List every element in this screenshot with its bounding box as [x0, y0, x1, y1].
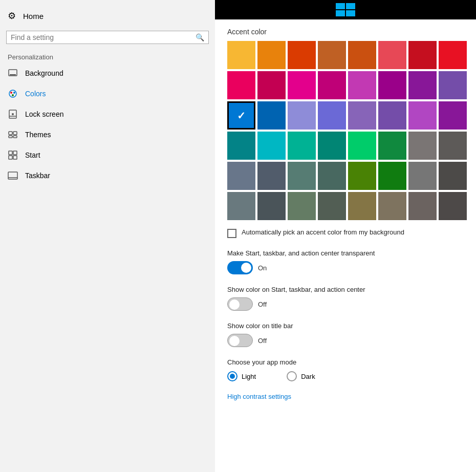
sidebar-item-lock-screen-label: Lock screen [25, 110, 63, 118]
color-swatch[interactable] [439, 162, 467, 190]
show-color-titlebar-toggle-row: Off [227, 334, 464, 347]
color-swatch[interactable] [227, 71, 255, 99]
sidebar-item-lock-screen[interactable]: Lock screen [0, 104, 215, 124]
start-icon [8, 150, 18, 160]
color-swatch[interactable] [378, 101, 406, 130]
color-swatch[interactable] [257, 101, 286, 130]
background-icon [8, 68, 18, 78]
color-swatch[interactable] [439, 101, 467, 130]
color-swatch[interactable] [257, 132, 286, 160]
sidebar-item-background-label: Background [25, 69, 63, 77]
radio-item-dark[interactable]: Dark [287, 371, 315, 381]
search-input[interactable] [11, 33, 196, 41]
color-swatch[interactable] [348, 192, 376, 220]
transparent-toggle-knob [241, 263, 251, 273]
color-swatch[interactable] [408, 132, 437, 160]
color-swatch[interactable] [227, 162, 255, 190]
show-color-taskbar-toggle[interactable] [227, 297, 253, 311]
lock-screen-icon [8, 109, 18, 119]
color-swatch[interactable] [408, 71, 437, 99]
color-swatch[interactable] [378, 162, 406, 190]
color-swatch[interactable] [439, 41, 467, 69]
color-swatch[interactable] [348, 132, 376, 160]
search-icon: 🔍 [196, 33, 204, 41]
radio-circle-dark [287, 371, 297, 381]
color-swatch[interactable] [439, 132, 467, 160]
color-swatch[interactable] [288, 41, 316, 69]
color-swatch[interactable] [288, 132, 316, 160]
transparent-toggle[interactable] [227, 261, 253, 274]
color-swatch[interactable] [227, 101, 255, 130]
search-box[interactable]: 🔍 [6, 31, 209, 44]
show-color-titlebar-toggle[interactable] [227, 334, 253, 347]
color-swatch[interactable] [318, 71, 346, 99]
svg-point-4 [13, 92, 15, 94]
show-color-taskbar-state: Off [258, 301, 267, 308]
preview-bar [215, 0, 476, 19]
color-swatch[interactable] [318, 192, 346, 220]
themes-icon [8, 130, 18, 140]
sidebar-item-colors-label: Colors [25, 90, 46, 98]
svg-rect-13 [9, 151, 12, 155]
radio-label-dark: Dark [301, 373, 315, 380]
sidebar-item-start[interactable]: Start [0, 145, 215, 165]
svg-rect-11 [9, 136, 12, 138]
color-swatch[interactable] [408, 101, 437, 130]
show-color-taskbar-label: Show color on Start, taskbar, and action… [227, 286, 464, 293]
win-block-1 [336, 3, 345, 9]
high-contrast-link[interactable]: High contrast settings [227, 393, 291, 400]
sidebar-item-background[interactable]: Background [0, 63, 215, 83]
svg-rect-10 [13, 132, 17, 135]
color-swatch[interactable] [318, 101, 346, 130]
taskbar-icon [8, 170, 18, 181]
color-swatch[interactable] [408, 41, 437, 69]
sidebar-home[interactable]: ⚙ Home [0, 5, 215, 27]
color-swatch[interactable] [348, 71, 376, 99]
color-swatch[interactable] [227, 41, 255, 69]
sidebar-item-taskbar[interactable]: Taskbar [0, 165, 215, 186]
show-color-titlebar-label: Show color on title bar [227, 322, 464, 330]
color-swatch[interactable] [348, 162, 376, 190]
show-color-titlebar-knob [229, 336, 240, 346]
color-swatch[interactable] [408, 162, 437, 190]
transparent-state: On [258, 264, 267, 272]
color-swatch[interactable] [288, 101, 316, 130]
color-swatch[interactable] [288, 192, 316, 220]
win-block-4 [346, 10, 355, 16]
sidebar-item-themes[interactable]: Themes [0, 124, 215, 145]
home-label: Home [23, 12, 44, 20]
radio-label-light: Light [242, 373, 256, 380]
auto-pick-checkbox[interactable] [227, 229, 236, 238]
color-swatch[interactable] [378, 71, 406, 99]
show-color-taskbar-knob [229, 299, 240, 310]
color-swatch[interactable] [378, 192, 406, 220]
color-swatch[interactable] [318, 162, 346, 190]
color-swatch[interactable] [227, 192, 255, 220]
color-swatch[interactable] [227, 132, 255, 160]
radio-row: Light Dark [227, 371, 464, 381]
color-swatch[interactable] [257, 192, 286, 220]
color-swatch[interactable] [288, 162, 316, 190]
color-swatch[interactable] [439, 192, 467, 220]
color-swatch[interactable] [378, 41, 406, 69]
color-swatch[interactable] [318, 41, 346, 69]
sidebar-item-taskbar-label: Taskbar [25, 171, 50, 180]
sidebar-item-colors[interactable]: Colors [0, 83, 215, 104]
color-swatch[interactable] [348, 101, 376, 130]
color-swatch[interactable] [288, 71, 316, 99]
color-swatch[interactable] [257, 71, 286, 99]
color-swatch[interactable] [408, 192, 437, 220]
color-swatch[interactable] [348, 41, 376, 69]
show-color-taskbar-toggle-row: Off [227, 297, 464, 311]
color-swatch[interactable] [257, 41, 286, 69]
transparent-section: Make Start, taskbar, and action center t… [227, 249, 464, 274]
color-swatch[interactable] [378, 132, 406, 160]
color-swatch[interactable] [439, 71, 467, 99]
transparent-label: Make Start, taskbar, and action center t… [227, 249, 464, 257]
radio-item-light[interactable]: Light [227, 371, 256, 381]
app-mode-label: Choose your app mode [227, 358, 464, 366]
color-swatch[interactable] [318, 132, 346, 160]
color-swatch[interactable] [257, 162, 286, 190]
auto-pick-label: Automatically pick an accent color from … [242, 228, 404, 236]
show-color-taskbar-section: Show color on Start, taskbar, and action… [227, 286, 464, 311]
